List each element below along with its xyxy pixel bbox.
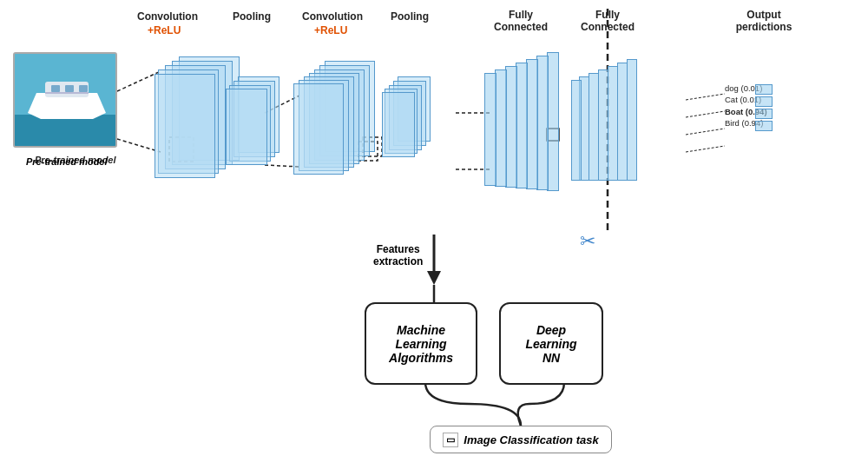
pretrained-model-label: Pre-trained model <box>26 156 108 167</box>
features-extraction-label: Featuresextraction <box>373 243 423 268</box>
svg-marker-16 <box>427 271 441 285</box>
conv2-label: Convolution <box>302 10 363 23</box>
classification-box: ▭ Image Classification task <box>430 426 612 453</box>
deep-learning-box: DeepLearningNN <box>499 302 603 385</box>
relu2-label: +ReLU <box>314 24 347 36</box>
svg-line-11 <box>686 111 725 117</box>
pool2-label: Pooling <box>391 10 429 23</box>
fc1-layers <box>484 52 562 204</box>
svg-line-12 <box>686 129 725 135</box>
output-predictions: dog (0.01) Cat (0.01) Boat (0.94) Bird (… <box>725 83 767 129</box>
svg-line-13 <box>686 146 725 152</box>
svg-rect-26 <box>79 85 88 92</box>
boat-image <box>13 52 117 148</box>
conv1-label: Convolution <box>137 10 198 23</box>
ml-algorithms-box: MachineLearningAlgorithms <box>365 302 477 385</box>
svg-line-10 <box>686 94 725 100</box>
arrows-svg <box>0 0 868 456</box>
svg-rect-25 <box>65 85 74 92</box>
scissors-icon: ✂ <box>580 230 595 253</box>
svg-rect-21 <box>15 115 117 148</box>
fc2-label: FullyConnected <box>573 9 642 33</box>
ml-algorithms-label: MachineLearningAlgorithms <box>389 323 453 365</box>
classification-label: Image Classification task <box>464 433 598 446</box>
deep-learning-label: DeepLearningNN <box>525 323 576 365</box>
relu1-label: +ReLU <box>148 24 181 36</box>
svg-rect-24 <box>51 85 60 92</box>
diagram-container: Pre-trained model Convolution +ReLU Pool… <box>0 0 868 456</box>
output-label: Outputperdictions <box>729 9 799 33</box>
pool1-label: Pooling <box>233 10 271 23</box>
fc2-layers <box>571 59 641 198</box>
fc1-label: FullyConnected <box>486 9 556 33</box>
